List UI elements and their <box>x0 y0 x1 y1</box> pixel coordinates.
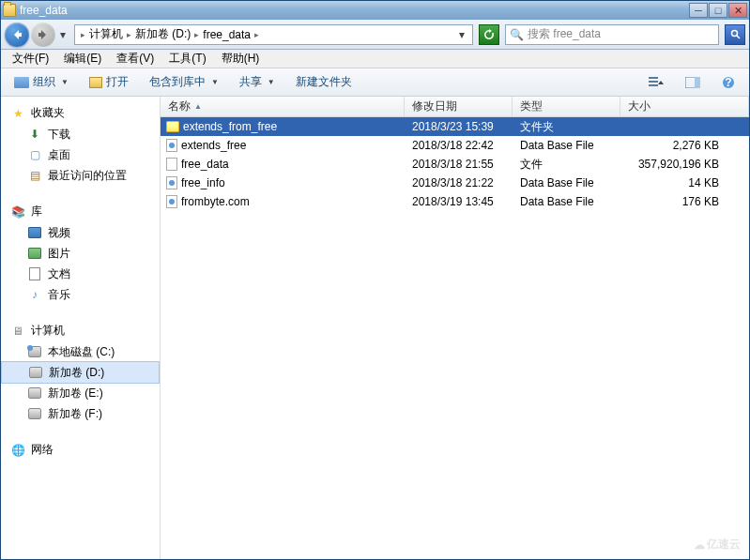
sidebar-label: 新加卷 (F:) <box>48 405 102 422</box>
menu-view[interactable]: 查看(V) <box>109 49 161 68</box>
explorer-window: free_data ─ □ ✕ ▾ ▸ 计算机 ▸ 新加卷 (D:) ▸ fre… <box>0 0 750 560</box>
sidebar-label: 桌面 <box>48 146 70 163</box>
file-row[interactable]: frombyte.com2018/3/19 13:45Data Base Fil… <box>161 192 749 211</box>
menu-help[interactable]: 帮助(H) <box>214 49 268 68</box>
sidebar-label: 新加卷 (D:) <box>49 364 104 381</box>
open-button[interactable]: 打开 <box>84 71 134 93</box>
search-input[interactable]: 🔍 搜索 free_data <box>505 24 719 45</box>
address-bar[interactable]: ▸ 计算机 ▸ 新加卷 (D:) ▸ free_data ▸ ▾ <box>74 24 473 45</box>
address-dropdown[interactable]: ▾ <box>453 28 470 41</box>
sidebar-label: 库 <box>31 204 42 219</box>
sidebar-downloads[interactable]: ⬇ 下载 <box>1 124 160 144</box>
sidebar-drive-e[interactable]: 新加卷 (E:) <box>1 383 160 403</box>
menu-bar: 文件(F) 编辑(E) 查看(V) 工具(T) 帮助(H) <box>1 50 749 68</box>
share-button[interactable]: 共享 ▼ <box>234 71 281 93</box>
title-bar[interactable]: free_data ─ □ ✕ <box>1 1 749 20</box>
breadcrumb-folder[interactable]: free_data <box>199 25 254 44</box>
arrow-right-icon <box>37 28 50 41</box>
file-row[interactable]: free_info2018/3/18 21:22Data Base File14… <box>161 174 749 192</box>
include-label: 包含到库中 <box>149 74 206 90</box>
breadcrumb-label: free_data <box>203 28 251 41</box>
sidebar-recent[interactable]: ▤ 最近访问的位置 <box>1 165 160 186</box>
column-name[interactable]: 名称 ▲ <box>161 97 405 116</box>
sidebar-label: 新加卷 (E:) <box>48 385 103 401</box>
download-icon: ⬇ <box>27 127 42 142</box>
column-size[interactable]: 大小 <box>620 97 749 116</box>
sidebar-documents[interactable]: 文档 <box>1 264 160 284</box>
content-area: ★ 收藏夹 ⬇ 下载 ▢ 桌面 ▤ 最近访问的位置 📚 <box>1 97 749 559</box>
chevron-down-icon: ▼ <box>211 78 219 86</box>
sidebar-label: 文档 <box>48 265 70 282</box>
menu-tools[interactable]: 工具(T) <box>161 49 213 68</box>
svg-rect-2 <box>649 77 658 79</box>
folder-icon <box>166 121 179 132</box>
sidebar-libraries-group: 📚 库 视频 图片 文档 ♪ 音乐 <box>1 201 160 305</box>
disk-icon <box>29 367 42 378</box>
menu-edit[interactable]: 编辑(E) <box>56 49 109 68</box>
menu-file[interactable]: 文件(F) <box>5 49 56 68</box>
help-icon: ? <box>722 76 735 89</box>
recent-icon: ▤ <box>27 168 42 183</box>
refresh-icon <box>483 29 495 40</box>
close-button[interactable]: ✕ <box>728 3 747 18</box>
share-label: 共享 <box>239 74 262 90</box>
new-folder-button[interactable]: 新建文件夹 <box>290 71 358 93</box>
sidebar-pictures[interactable]: 图片 <box>1 243 160 264</box>
file-icon <box>166 195 177 208</box>
sidebar-music[interactable]: ♪ 音乐 <box>1 284 160 305</box>
navigation-pane[interactable]: ★ 收藏夹 ⬇ 下载 ▢ 桌面 ▤ 最近访问的位置 📚 <box>1 97 161 559</box>
minimize-button[interactable]: ─ <box>689 3 708 18</box>
help-button[interactable]: ? <box>715 72 742 93</box>
sidebar-desktop[interactable]: ▢ 桌面 <box>1 144 160 165</box>
network-icon: 🌐 <box>10 443 25 458</box>
nav-bar: ▾ ▸ 计算机 ▸ 新加卷 (D:) ▸ free_data ▸ ▾ 🔍 搜索 … <box>1 20 749 50</box>
preview-pane-button[interactable] <box>680 72 706 93</box>
chevron-down-icon: ▼ <box>61 78 69 86</box>
column-label: 名称 <box>168 98 191 114</box>
breadcrumb-drive[interactable]: 新加卷 (D:) <box>131 25 194 44</box>
sidebar-drive-d[interactable]: 新加卷 (D:) <box>1 361 160 384</box>
svg-rect-6 <box>695 77 700 88</box>
desktop-icon: ▢ <box>27 147 42 162</box>
nav-history-dropdown[interactable]: ▾ <box>57 28 69 41</box>
search-icon <box>730 29 741 39</box>
svg-text:?: ? <box>725 76 731 89</box>
sidebar-favorites[interactable]: ★ 收藏夹 <box>1 102 160 124</box>
sort-indicator-icon: ▲ <box>194 102 202 111</box>
file-type: Data Base File <box>513 195 620 208</box>
back-button[interactable] <box>5 23 29 47</box>
sidebar-computer[interactable]: 🖥 计算机 <box>1 320 160 341</box>
file-rows[interactable]: extends_from_free2018/3/23 15:39文件夹exten… <box>161 117 749 559</box>
file-type: Data Base File <box>513 176 620 189</box>
arrow-left-icon <box>10 28 23 41</box>
column-date[interactable]: 修改日期 <box>405 97 513 116</box>
sidebar-label: 图片 <box>48 245 70 262</box>
file-row[interactable]: extends_free2018/3/18 22:42Data Base Fil… <box>161 136 749 155</box>
file-icon <box>166 158 177 171</box>
search-go-button[interactable] <box>725 24 745 45</box>
organize-button[interactable]: 组织 ▼ <box>8 71 74 93</box>
search-icon: 🔍 <box>510 28 524 41</box>
view-options-button[interactable] <box>644 72 670 93</box>
column-type[interactable]: 类型 <box>513 97 620 116</box>
window-buttons: ─ □ ✕ <box>689 3 747 18</box>
computer-icon: 🖥 <box>10 324 25 339</box>
chevron-right-icon[interactable]: ▸ <box>254 30 259 39</box>
sidebar-drive-f[interactable]: 新加卷 (F:) <box>1 403 160 424</box>
sidebar-drive-c[interactable]: 本地磁盘 (C:) <box>1 341 160 362</box>
sidebar-network[interactable]: 🌐 网络 <box>1 439 160 461</box>
refresh-button[interactable] <box>479 24 499 45</box>
file-row[interactable]: extends_from_free2018/3/23 15:39文件夹 <box>161 117 749 136</box>
sidebar-label: 下载 <box>48 126 70 143</box>
sidebar-favorites-group: ★ 收藏夹 ⬇ 下载 ▢ 桌面 ▤ 最近访问的位置 <box>1 102 160 186</box>
breadcrumb-computer[interactable]: 计算机 <box>85 25 127 44</box>
window-title: free_data <box>20 4 689 17</box>
maximize-button[interactable]: □ <box>709 3 727 18</box>
file-row[interactable]: free_data2018/3/18 21:55文件357,920,196 KB <box>161 155 749 174</box>
breadcrumb-label: 计算机 <box>89 26 123 42</box>
sidebar-libraries[interactable]: 📚 库 <box>1 201 160 222</box>
sidebar-videos[interactable]: 视频 <box>1 222 160 243</box>
sidebar-label: 收藏夹 <box>31 105 65 121</box>
view-icon <box>649 76 666 89</box>
include-button[interactable]: 包含到库中 ▼ <box>144 71 224 93</box>
